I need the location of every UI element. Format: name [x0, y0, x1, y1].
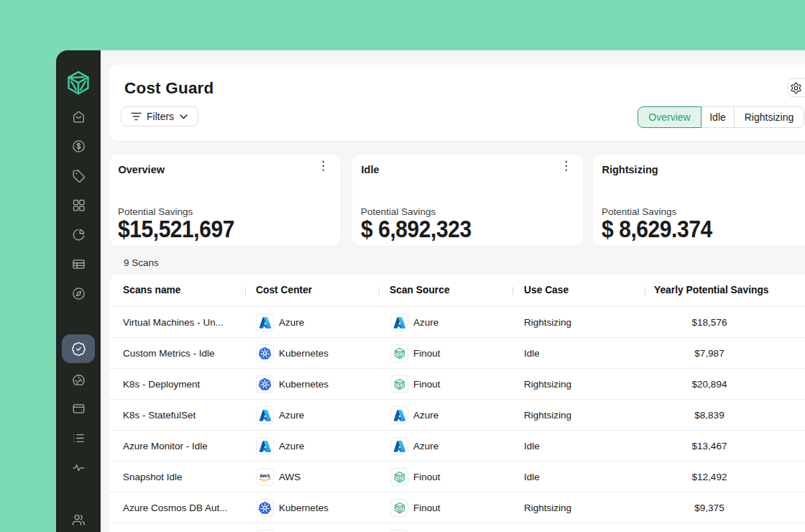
svg-text:aws: aws — [259, 472, 270, 479]
